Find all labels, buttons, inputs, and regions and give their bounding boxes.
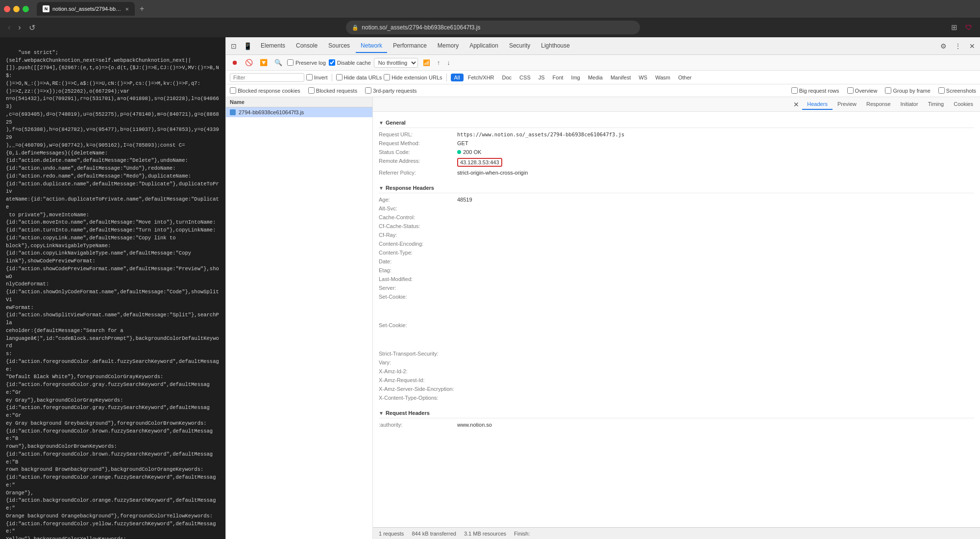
- screenshots-checkbox[interactable]: [938, 87, 945, 94]
- overview-checkbox[interactable]: [847, 87, 854, 94]
- active-tab[interactable]: N notion.so/_assets/2794-bb6... ×: [37, 2, 135, 16]
- general-section-title: General: [386, 120, 406, 126]
- tab-sources[interactable]: Sources: [323, 39, 355, 53]
- hide-data-urls-checkbox[interactable]: [336, 74, 343, 80]
- disable-cache-checkbox[interactable]: [329, 59, 335, 66]
- inspect-icon[interactable]: ⊡: [228, 40, 240, 52]
- tab-close-button[interactable]: ×: [125, 6, 129, 12]
- group-by-frame-checkbox[interactable]: [885, 87, 891, 94]
- blocked-cookies-checkbox[interactable]: [230, 87, 236, 94]
- rh-last-modified: Last-Modified:: [379, 275, 974, 283]
- extra-filter-row: Blocked response cookies Blocked request…: [226, 84, 980, 97]
- tab-memory[interactable]: Memory: [433, 39, 464, 53]
- transferred-size: 844 kB transferred: [412, 531, 456, 537]
- close-devtools-icon[interactable]: ✕: [966, 40, 978, 52]
- req-headers-title: Request Headers: [386, 410, 430, 416]
- rh-server-value: [457, 285, 974, 291]
- tab-performance[interactable]: Performance: [388, 39, 432, 53]
- rh-age: Age: 48519: [379, 195, 974, 204]
- screenshots-label[interactable]: Screenshots: [938, 87, 976, 94]
- blocked-requests-checkbox[interactable]: [308, 87, 315, 94]
- ftype-ws[interactable]: WS: [635, 74, 651, 81]
- ftype-other[interactable]: Other: [675, 74, 695, 81]
- rh-x-amz-id2-value: [457, 368, 974, 374]
- forward-button[interactable]: ›: [16, 21, 23, 34]
- rh-cf-cache-key: Cf-Cache-Status:: [379, 223, 457, 229]
- ftype-media[interactable]: Media: [585, 74, 606, 81]
- detail-tab-headers[interactable]: Headers: [802, 99, 833, 110]
- rh-x-amz-req-id-key: X-Amz-Request-Id:: [379, 377, 457, 383]
- hide-data-urls-label[interactable]: Hide data URLs: [336, 74, 382, 80]
- tab-lighthouse[interactable]: Lighthouse: [536, 39, 575, 53]
- close-button[interactable]: [4, 6, 10, 12]
- blocked-requests-label[interactable]: Blocked requests: [308, 87, 357, 94]
- invert-checkbox-label[interactable]: Invert: [306, 74, 328, 80]
- detail-tab-preview[interactable]: Preview: [833, 99, 861, 110]
- request-headers-section[interactable]: ▼ Request Headers: [379, 406, 974, 418]
- ftype-css[interactable]: CSS: [516, 74, 534, 81]
- preserve-log-checkbox[interactable]: [287, 59, 294, 66]
- rh-set-cookie1-key: Set-Cookie:: [379, 294, 457, 300]
- hide-ext-urls-label[interactable]: Hide extension URLs: [384, 74, 442, 80]
- detail-close-button[interactable]: ✕: [790, 100, 802, 109]
- throttle-select[interactable]: No throttling Fast 3G Slow 3G Offline: [374, 58, 418, 68]
- rh-set-cookie2-expanded: [379, 330, 974, 349]
- minimize-button[interactable]: [13, 6, 20, 12]
- group-by-frame-label[interactable]: Group by frame: [885, 87, 930, 94]
- request-list-items: 2794-bb6938ce610647f3.js: [226, 107, 372, 539]
- filter-icon[interactable]: 🔽: [258, 58, 270, 67]
- detail-tab-initiator[interactable]: Initiator: [896, 99, 923, 110]
- ftype-wasm[interactable]: Wasm: [652, 74, 674, 81]
- rh-cache: Cache-Control:: [379, 213, 974, 222]
- detail-tab-cookies[interactable]: Cookies: [949, 99, 978, 110]
- ftype-fetchxhr[interactable]: Fetch/XHR: [465, 74, 498, 81]
- rh-content-encoding: Content-Encoding:: [379, 239, 974, 248]
- big-rows-label[interactable]: Big request rows: [791, 87, 839, 94]
- ftype-manifest[interactable]: Manifest: [607, 74, 635, 81]
- filter-type-buttons: All Fetch/XHR Doc CSS JS Font Img Media …: [451, 74, 695, 81]
- request-item[interactable]: 2794-bb6938ce610647f3.js: [226, 107, 372, 117]
- disable-cache-label[interactable]: Disable cache: [329, 59, 371, 66]
- ftype-font[interactable]: Font: [549, 74, 567, 81]
- big-rows-checkbox[interactable]: [791, 87, 798, 94]
- tab-security[interactable]: Security: [504, 39, 535, 53]
- tab-application[interactable]: Application: [465, 39, 503, 53]
- settings-icon[interactable]: ⚙: [937, 40, 950, 52]
- search-icon[interactable]: 🔍: [272, 58, 284, 67]
- tab-elements[interactable]: Elements: [256, 39, 290, 53]
- translate-icon[interactable]: ⊞: [949, 21, 959, 34]
- device-icon[interactable]: 📱: [241, 40, 255, 52]
- general-section-header[interactable]: ▼ General: [379, 116, 974, 128]
- hide-ext-urls-checkbox[interactable]: [384, 74, 390, 80]
- overview-label[interactable]: Overview: [847, 87, 878, 94]
- third-party-label[interactable]: 3rd-party requests: [365, 87, 416, 94]
- maximize-button[interactable]: [23, 6, 29, 12]
- ftype-js[interactable]: JS: [535, 74, 548, 81]
- detail-tab-timing[interactable]: Timing: [923, 99, 949, 110]
- invert-checkbox[interactable]: [306, 74, 313, 80]
- shield-icon[interactable]: 🛡: [963, 22, 974, 33]
- ftype-img[interactable]: Img: [568, 74, 584, 81]
- filter-input[interactable]: [230, 73, 304, 82]
- third-party-checkbox[interactable]: [365, 87, 371, 94]
- address-bar[interactable]: 🔒 notion.so/_assets/2794-bb6938ce610647f…: [346, 21, 640, 34]
- clear-icon[interactable]: 🚫: [243, 58, 255, 67]
- tab-network[interactable]: Network: [356, 39, 387, 53]
- preserve-log-label[interactable]: Preserve log: [287, 59, 326, 66]
- record-icon[interactable]: ⏺: [230, 58, 240, 67]
- new-tab-button[interactable]: +: [137, 3, 147, 14]
- back-button[interactable]: ‹: [6, 21, 12, 34]
- hide-data-urls-text: Hide data URLs: [344, 75, 382, 80]
- rh-set-cookie2-value: [457, 322, 974, 328]
- rh-altsvc: Alt-Svc:: [379, 204, 974, 213]
- response-headers-section[interactable]: ▼ Response Headers: [379, 181, 974, 193]
- rh-last-modified-key: Last-Modified:: [379, 276, 457, 282]
- ftype-doc[interactable]: Doc: [499, 74, 515, 81]
- reload-button[interactable]: ↺: [27, 21, 37, 34]
- blocked-cookies-label[interactable]: Blocked response cookies: [230, 87, 300, 94]
- more-icon[interactable]: ⋮: [952, 40, 964, 52]
- ftype-all[interactable]: All: [451, 74, 464, 81]
- rh-content-type-key: Content-Type:: [379, 250, 457, 256]
- detail-tab-response[interactable]: Response: [861, 99, 896, 110]
- tab-console[interactable]: Console: [291, 39, 322, 53]
